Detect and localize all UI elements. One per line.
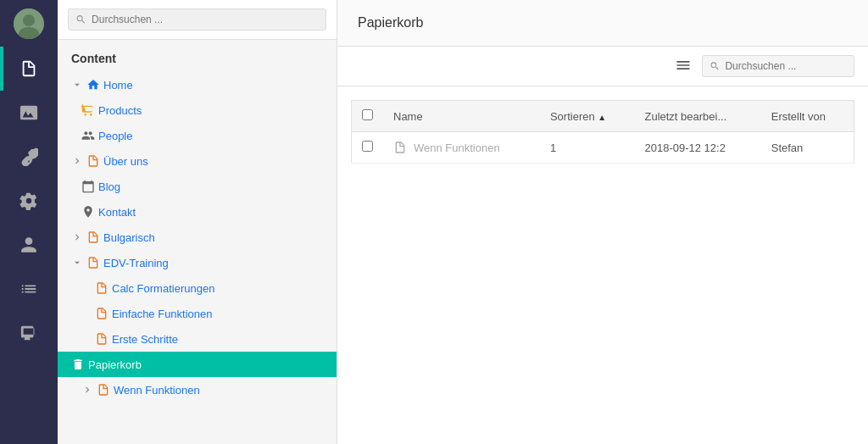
main-toolbar [337, 47, 868, 86]
doc-icon [86, 154, 100, 168]
sidebar-search-input-wrapper[interactable] [68, 8, 326, 31]
tree-label-blog: Blog [98, 180, 120, 193]
tree-item-kontakt[interactable]: Kontakt [58, 199, 337, 225]
sidebar-item-tools[interactable] [0, 135, 58, 179]
tree-item-products[interactable]: Products [58, 97, 337, 123]
row-name-cell: Wenn Funktionen [383, 132, 540, 164]
avatar [14, 8, 44, 39]
tree-item-edv-training[interactable]: EDV-Training [58, 250, 337, 275]
menu-icon-button[interactable] [675, 57, 692, 76]
tree-label-bulgarisch: Bulgarisch [103, 231, 155, 244]
chevron-right-icon3 [81, 384, 93, 396]
avatar-container[interactable] [0, 0, 58, 47]
people-icon [81, 129, 95, 142]
tree-label-people: People [98, 130, 132, 142]
list-icon [19, 280, 38, 298]
sidebar-item-list[interactable] [0, 267, 58, 311]
row-checkbox-cell [352, 132, 384, 164]
tree-label-products: Products [98, 104, 142, 117]
content-table: Name Sortieren ▲ Zuletzt bearbei... Erst… [351, 100, 854, 164]
monitor-icon [19, 324, 38, 342]
user-icon [19, 236, 38, 254]
tree-label-calc: Calc Formatierungen [112, 282, 214, 295]
chevron-right-icon2 [71, 231, 83, 243]
sidebar: Content Home Products People Über uns Bl… [58, 0, 337, 444]
tree-item-people[interactable]: People [58, 123, 337, 148]
col-header-zuletzt: Zuletzt bearbei... [634, 101, 760, 132]
table-header-row: Name Sortieren ▲ Zuletzt bearbei... Erst… [352, 101, 854, 132]
tree-label-edv-training: EDV-Training [103, 257, 169, 269]
toolbar-search-wrapper[interactable] [702, 55, 854, 77]
sidebar-tree: Home Products People Über uns Blog Konta… [58, 72, 337, 444]
tree-item-papierkorb[interactable]: Papierkorb [58, 352, 337, 377]
row-zuletzt: 2018-09-12 12:2 [644, 142, 725, 154]
doc-icon6 [95, 332, 108, 346]
doc-icon2 [86, 230, 100, 244]
row-sortieren-cell: 1 [540, 132, 635, 164]
chevron-down-icon2 [71, 257, 83, 269]
trash-icon [71, 358, 85, 371]
col-header-name: Name [383, 101, 540, 132]
sidebar-search-input[interactable] [92, 14, 319, 25]
tree-item-einfache[interactable]: Einfache Funktionen [58, 301, 337, 326]
tree-label-wenn: Wenn Funktionen [114, 384, 200, 397]
doc-icon5 [95, 307, 108, 320]
doc-icon7 [97, 383, 110, 397]
tree-item-wenn[interactable]: Wenn Funktionen [58, 377, 337, 402]
sidebar-item-settings[interactable] [0, 179, 58, 223]
row-erstellt-cell: Stefan [761, 132, 854, 164]
row-name: Wenn Funktionen [414, 142, 500, 154]
image-icon [19, 103, 38, 122]
home-icon [86, 78, 100, 92]
tree-item-blog[interactable]: Blog [58, 174, 337, 199]
calendar-icon [81, 180, 95, 193]
tree-item-ueber-uns[interactable]: Über uns [58, 148, 337, 174]
sidebar-item-document[interactable] [0, 47, 58, 91]
tree-label-papierkorb: Papierkorb [88, 358, 142, 371]
sidebar-item-users[interactable] [0, 223, 58, 267]
pin-icon [81, 205, 95, 219]
main-content: Name Sortieren ▲ Zuletzt bearbei... Erst… [337, 86, 868, 444]
chevron-down-icon [71, 79, 83, 91]
chevron-right-icon [71, 155, 83, 167]
sort-arrow: ▲ [598, 113, 606, 122]
row-sortieren: 1 [550, 142, 556, 154]
main-header: Papierkorb [337, 0, 868, 47]
tree-label-ueber-uns: Über uns [103, 155, 148, 168]
select-all-checkbox[interactable] [362, 109, 373, 120]
doc-icon3 [86, 256, 100, 269]
tree-label-einfache: Einfache Funktionen [112, 308, 213, 320]
tree-item-home[interactable]: Home [58, 72, 337, 97]
tree-item-calc[interactable]: Calc Formatierungen [58, 275, 337, 301]
icon-bar [0, 0, 58, 444]
row-erstellt: Stefan [771, 142, 804, 154]
col-header-sortieren[interactable]: Sortieren ▲ [540, 101, 635, 132]
col-header-erstellt: Erstellt von [761, 101, 854, 132]
tree-label-home: Home [103, 79, 133, 92]
row-checkbox[interactable] [362, 141, 373, 152]
document-icon [19, 59, 38, 78]
tree-item-bulgarisch[interactable]: Bulgarisch [58, 225, 337, 250]
row-doc-icon [393, 141, 407, 154]
sidebar-item-monitor[interactable] [0, 311, 58, 355]
search-icon [75, 14, 86, 25]
tree-item-erste[interactable]: Erste Schritte [58, 326, 337, 352]
table-row[interactable]: Wenn Funktionen 1 2018-09-12 12:2 Stefan [352, 132, 854, 164]
cart-icon [81, 103, 95, 117]
doc-icon4 [95, 281, 108, 295]
svg-point-1 [23, 14, 35, 26]
page-title: Papierkorb [358, 15, 423, 31]
sidebar-title: Content [58, 40, 337, 72]
main-area: Papierkorb Name [337, 0, 868, 444]
col-header-checkbox [352, 101, 384, 132]
toolbar-search-input[interactable] [725, 60, 847, 72]
toolbar-search-icon [709, 60, 720, 72]
row-zuletzt-cell: 2018-09-12 12:2 [634, 132, 760, 164]
tree-label-kontakt: Kontakt [98, 206, 136, 219]
tree-label-erste: Erste Schritte [112, 333, 178, 346]
wrench-icon [19, 147, 38, 166]
sidebar-search-container [58, 0, 337, 40]
hamburger-icon [675, 57, 692, 74]
gear-icon [19, 191, 38, 210]
sidebar-item-media[interactable] [0, 91, 58, 135]
